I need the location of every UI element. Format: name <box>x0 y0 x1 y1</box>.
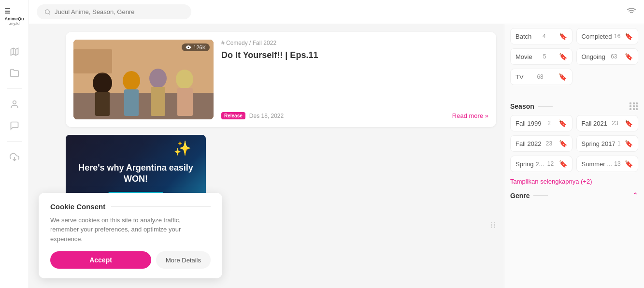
tag-ongoing[interactable]: Ongoing 63 🔖 <box>576 48 639 65</box>
season-section-header: Season <box>510 102 638 110</box>
bookmark-icon: 🔖 <box>559 32 567 40</box>
svg-point-13 <box>123 71 140 90</box>
season-title-row: Season <box>510 102 553 110</box>
map-icon[interactable] <box>9 46 20 58</box>
message-icon[interactable] <box>9 120 20 131</box>
tag-ongoing-label: Ongoing <box>582 53 605 60</box>
season-spring2017-label: Spring 2017 <box>582 140 615 147</box>
season-divider-line <box>538 106 553 107</box>
user-icon[interactable] <box>9 99 20 110</box>
svg-rect-19 <box>73 49 112 73</box>
anime-release: Release Des 18, 2022 Read more » <box>221 112 488 119</box>
svg-point-11 <box>93 72 112 94</box>
header <box>29 0 644 24</box>
anime-info: # Comedy / Fall 2022 Do It Yourself!! | … <box>221 40 488 119</box>
cookie-buttons: Accept More Details <box>50 251 211 269</box>
right-sidebar: Batch 4 🔖 Completed 16 🔖 Movie 5 🔖 Ongoi… <box>504 24 644 288</box>
season-spring2-count: 12 <box>547 160 554 167</box>
download-icon[interactable] <box>9 151 20 163</box>
season-bookmark-3: 🔖 <box>559 140 567 147</box>
season-fall2022-label: Fall 2022 <box>515 140 541 147</box>
anime-art <box>73 40 214 119</box>
sidebar-divider-2 <box>7 88 22 89</box>
eye-icon <box>186 44 191 50</box>
season-fall2021-label: Fall 2021 <box>582 120 607 127</box>
season-fall2021[interactable]: Fall 2021 23 🔖 <box>576 115 639 131</box>
svg-rect-12 <box>95 92 110 116</box>
season-spring2017-count: 1 <box>617 140 621 147</box>
bookmark-icon-2: 🔖 <box>625 32 633 40</box>
search-container[interactable] <box>37 4 191 19</box>
left-sidebar: ☰ AnimeQu .my.id <box>0 0 29 288</box>
svg-point-15 <box>149 69 167 88</box>
season-spring2017[interactable]: Spring 2017 1 🔖 <box>576 135 639 152</box>
more-details-button[interactable]: More Details <box>156 251 211 269</box>
chevron-up-icon[interactable]: ⌃ <box>632 191 638 200</box>
view-count: 126K <box>182 43 210 51</box>
bookmark-icon-4: 🔖 <box>625 53 633 60</box>
sidebar-divider-3 <box>7 141 22 142</box>
cookie-text: We serve cookies on this site to analyze… <box>50 216 211 244</box>
wifi-icon <box>627 6 636 18</box>
season-fall2021-count: 23 <box>612 120 618 127</box>
svg-point-3 <box>13 101 16 104</box>
genre-title-row: Genre <box>510 192 548 200</box>
search-input[interactable] <box>55 8 184 15</box>
anime-title: Do It Yourself!! | Eps.11 <box>221 50 488 60</box>
folder-icon[interactable] <box>9 67 20 79</box>
tag-ongoing-count: 63 <box>611 53 617 60</box>
season-spring2[interactable]: Spring 2... 12 🔖 <box>510 156 572 172</box>
genre-section-title: Genre <box>510 192 530 200</box>
bookmark-icon-5: 🔖 <box>558 73 567 81</box>
season-fall1999[interactable]: Fall 1999 2 🔖 <box>510 115 572 131</box>
genre-section-header: Genre ⌃ <box>510 191 638 200</box>
svg-marker-0 <box>11 48 18 56</box>
season-fall2022-count: 23 <box>546 140 552 147</box>
season-section-title: Season <box>510 102 534 110</box>
tag-movie-count: 5 <box>543 53 546 60</box>
cookie-title-row: Cookie Consent <box>50 202 211 211</box>
svg-rect-18 <box>177 88 193 116</box>
season-bookmark-2: 🔖 <box>625 119 633 127</box>
svg-rect-14 <box>124 89 139 116</box>
search-icon <box>44 9 51 15</box>
accept-button[interactable]: Accept <box>50 251 151 269</box>
tag-tv-label: TV <box>515 73 524 81</box>
season-bookmark-5: 🔖 <box>559 160 567 168</box>
sidebar-divider <box>7 36 22 36</box>
anime-card: 126K # Comedy / Fall 2022 Do It Yourself… <box>66 32 496 127</box>
season-summer[interactable]: Summer ... 13 🔖 <box>576 156 639 172</box>
tag-completed-count: 16 <box>614 33 620 40</box>
svg-point-17 <box>176 70 193 89</box>
read-more-link[interactable]: Read more » <box>452 112 488 119</box>
svg-rect-16 <box>151 87 165 116</box>
tag-tv[interactable]: TV 68 🔖 <box>510 69 572 85</box>
season-bookmark-1: 🔖 <box>558 119 567 127</box>
tag-tv-count: 68 <box>537 73 543 80</box>
grid-icon <box>630 102 638 110</box>
season-fall1999-label: Fall 1999 <box>515 120 541 127</box>
svg-line-6 <box>49 13 50 14</box>
tag-batch-count: 4 <box>543 33 546 40</box>
season-fall2022[interactable]: Fall 2022 23 🔖 <box>510 135 572 152</box>
svg-point-20 <box>188 47 189 48</box>
tag-batch-label: Batch <box>515 33 531 40</box>
show-more-link[interactable]: Tampilkan selengkapnya (+2) <box>510 178 638 185</box>
season-spring2-label: Spring 2... <box>515 160 544 168</box>
cookie-title: Cookie Consent <box>50 202 105 211</box>
anime-meta: # Comedy / Fall 2022 <box>221 40 488 46</box>
tag-completed-label: Completed <box>582 33 612 40</box>
anime-thumbnail: 126K <box>73 40 214 119</box>
tag-batch[interactable]: Batch 4 🔖 <box>510 28 572 44</box>
cookie-divider <box>111 206 211 207</box>
season-bookmark-4: 🔖 <box>625 140 633 147</box>
tag-movie[interactable]: Movie 5 🔖 <box>510 48 572 65</box>
release-badge: Release <box>221 112 245 119</box>
app-logo[interactable]: ☰ AnimeQu .my.id <box>4 8 24 26</box>
ad-text: Here's why Argentina easily WON! <box>66 155 206 193</box>
tag-movie-label: Movie <box>515 53 532 60</box>
svg-point-5 <box>45 10 50 14</box>
genre-divider-line <box>533 195 548 196</box>
tag-completed[interactable]: Completed 16 🔖 <box>576 28 639 44</box>
season-summer-count: 13 <box>614 160 620 167</box>
